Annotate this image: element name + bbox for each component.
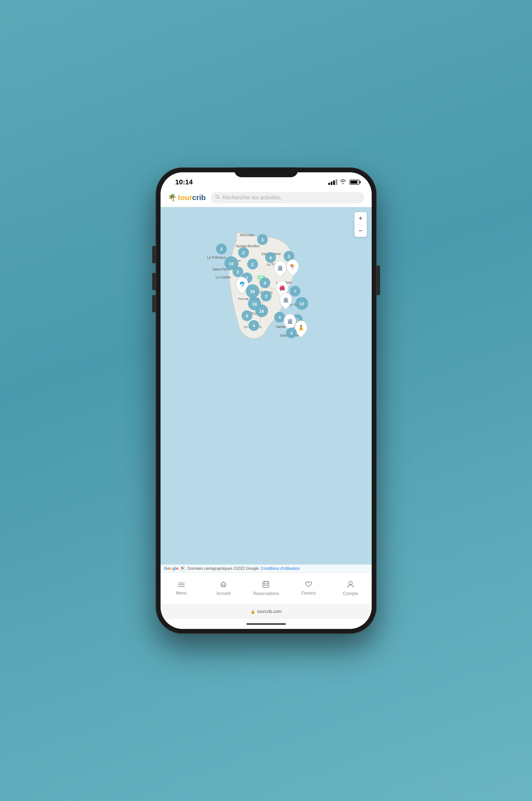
phone-device: 10:14 — [156, 167, 377, 634]
wifi-icon — [340, 179, 346, 186]
home-icon — [220, 581, 227, 589]
status-time: 10:14 — [175, 178, 193, 186]
search-bar[interactable]: Rechercher les activités, — [211, 192, 364, 203]
google-logo: Google — [164, 566, 179, 571]
nav-item-menu[interactable]: Menu — [169, 581, 194, 596]
app-header: 🌴 tourcrib Rechercher les activités, — [160, 190, 372, 207]
svg-text:2: 2 — [265, 294, 267, 299]
svg-text:4: 4 — [269, 255, 272, 260]
svg-text:2: 2 — [251, 262, 253, 267]
map-svg: Macouba Ajoupa-Bouillon Le Prêcheur Sain… — [160, 207, 372, 416]
home-indicator — [160, 619, 372, 629]
url-bar: 🔒 tourcrib.com — [160, 604, 372, 619]
svg-text:🏛️: 🏛️ — [287, 318, 293, 324]
svg-text:3: 3 — [288, 254, 290, 259]
svg-text:🌺: 🌺 — [279, 285, 285, 291]
svg-line-1 — [218, 197, 220, 199]
svg-text:10: 10 — [229, 262, 233, 266]
nav-label-accueil: Accueil — [216, 591, 230, 596]
phone-notch — [234, 167, 298, 177]
svg-text:Macouba: Macouba — [240, 233, 254, 237]
svg-rect-73 — [183, 567, 184, 568]
nav-item-accueil[interactable]: Accueil — [211, 581, 236, 596]
search-icon — [215, 194, 220, 201]
nav-item-compte[interactable]: Compte — [338, 580, 363, 596]
logo-palm-icon: 🌴 — [168, 193, 176, 202]
svg-text:Ajoupa-Bouillon: Ajoupa-Bouillon — [235, 244, 260, 248]
nav-item-reservations[interactable]: Réservations — [253, 580, 279, 596]
svg-text:7: 7 — [294, 289, 296, 294]
svg-text:3: 3 — [290, 331, 292, 336]
svg-text:18: 18 — [252, 302, 257, 307]
svg-rect-75 — [183, 568, 184, 569]
svg-text:16: 16 — [259, 309, 264, 314]
search-placeholder: Rechercher les activités, — [223, 194, 281, 201]
zoom-controls: + − — [355, 212, 367, 237]
svg-text:🏛️: 🏛️ — [277, 265, 283, 271]
logo-tour: tour — [178, 193, 192, 202]
nav-label-favoris: Favoris — [301, 591, 316, 596]
nav-label-compte: Compte — [343, 591, 358, 596]
logo[interactable]: 🌴 tourcrib — [168, 193, 206, 202]
phone-screen: 10:14 — [160, 172, 372, 629]
compte-icon — [347, 580, 354, 590]
nav-label-reservations: Réservations — [253, 591, 279, 596]
nav-item-favoris[interactable]: Favoris — [296, 581, 321, 596]
svg-text:Le Prêcheur: Le Prêcheur — [207, 255, 226, 260]
map-area[interactable]: Macouba Ajoupa-Bouillon Le Prêcheur Sain… — [160, 207, 372, 572]
zoom-out-button[interactable]: − — [355, 225, 367, 237]
svg-rect-74 — [182, 568, 183, 569]
status-icons — [328, 179, 359, 186]
svg-text:9: 9 — [246, 314, 248, 318]
reservations-icon — [263, 580, 269, 590]
svg-rect-80 — [263, 581, 269, 587]
svg-text:4: 4 — [279, 315, 281, 320]
svg-text:2: 2 — [237, 270, 239, 274]
svg-text:2: 2 — [242, 251, 245, 255]
svg-text:🪁: 🪁 — [289, 264, 296, 269]
url-text: tourcrib.com — [257, 609, 282, 614]
svg-text:4: 4 — [253, 324, 255, 328]
map-conditions-link[interactable]: Conditions d'utilisation — [261, 566, 300, 571]
lock-icon: 🔒 — [250, 609, 255, 614]
svg-text:Le Carbet: Le Carbet — [215, 275, 231, 279]
svg-text:2: 2 — [220, 247, 223, 252]
svg-rect-84 — [264, 585, 265, 586]
bottom-nav: Menu Accueil — [160, 572, 372, 604]
signal-icon — [328, 179, 337, 185]
home-bar — [246, 623, 286, 625]
map-data-attribution: Données cartographiques ©2022 Google — [187, 566, 259, 571]
map-attribution: Google Données cartographiques ©2022 Goo… — [160, 565, 372, 572]
svg-text:🐬: 🐬 — [239, 281, 245, 287]
svg-text:4: 4 — [264, 281, 266, 286]
svg-text:🏛️: 🏛️ — [283, 297, 289, 303]
logo-text: tourcrib — [178, 193, 206, 202]
svg-rect-85 — [266, 585, 268, 586]
svg-text:10: 10 — [299, 302, 304, 306]
svg-rect-72 — [182, 567, 183, 568]
svg-point-86 — [349, 581, 352, 585]
favoris-icon — [305, 581, 312, 589]
maps-icon — [180, 566, 185, 571]
logo-crib: crib — [192, 193, 206, 202]
zoom-in-button[interactable]: + — [355, 212, 367, 224]
svg-text:3: 3 — [261, 237, 263, 242]
svg-text:26: 26 — [250, 289, 255, 294]
menu-icon — [178, 581, 185, 589]
nav-label-menu: Menu — [176, 591, 187, 596]
svg-text:🧘: 🧘 — [298, 325, 304, 331]
battery-icon — [349, 180, 359, 185]
